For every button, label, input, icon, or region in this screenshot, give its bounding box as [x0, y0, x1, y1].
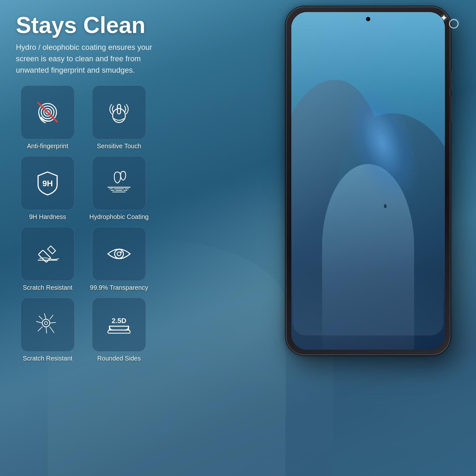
features-grid: Anti-fingerprint Sensitiv: [16, 85, 159, 362]
svg-line-25: [36, 321, 42, 323]
svg-line-29: [46, 327, 47, 333]
svg-text:9H: 9H: [42, 179, 53, 188]
sensitive-touch-icon-box: [92, 85, 146, 139]
shield-9h-icon: 9H: [33, 169, 62, 197]
scratch-resistant-1-label: Scratch Resistant: [23, 284, 73, 291]
svg-text:2.5D: 2.5D: [112, 317, 126, 325]
9h-hardness-label: 9H Hardness: [29, 213, 66, 221]
knife-scratch-icon: [33, 240, 62, 268]
page-subtitle: Hydro / oleophobic coating ensures your …: [16, 42, 159, 76]
feature-scratch-resistant-1: Scratch Resistant: [16, 227, 79, 291]
feature-transparency: 99.9% Transparency: [87, 227, 151, 291]
phone-camera: [366, 17, 370, 21]
screen-person-figure: [384, 204, 387, 208]
scratch-resistant-2-label: Scratch Resistant: [23, 355, 73, 362]
hydrophobic-icon-box: [92, 156, 146, 210]
sparkle-decoration: ✦: [440, 13, 447, 23]
phone-power-button: [450, 71, 452, 90]
anti-fingerprint-label: Anti-fingerprint: [27, 142, 68, 150]
svg-point-20: [120, 251, 122, 253]
svg-line-23: [44, 314, 46, 319]
phone-volume-button: [450, 96, 452, 122]
transparency-label: 99.9% Transparency: [90, 284, 148, 291]
feature-sensitive-touch: Sensitive Touch: [87, 85, 151, 150]
feature-9h-hardness: 9H 9H Hardness: [16, 156, 79, 221]
svg-line-28: [50, 322, 56, 323]
scratch-resistant-2-icon-box: [21, 298, 75, 352]
feature-hydrophobic: Hydrophobic Coating: [87, 156, 151, 221]
9h-icon-box: 9H: [21, 156, 75, 210]
svg-point-21: [42, 319, 50, 327]
svg-point-22: [44, 321, 48, 325]
water-drops-icon: [105, 169, 133, 197]
feature-anti-fingerprint: Anti-fingerprint: [16, 85, 79, 150]
2-5d-icon: 2.5D: [105, 310, 133, 339]
protector-bottom-overlay: [293, 272, 443, 335]
anti-fingerprint-icon-box: [21, 85, 75, 139]
feature-scratch-resistant-2: Scratch Resistant: [16, 298, 79, 362]
hydrophobic-label: Hydrophobic Coating: [89, 213, 149, 221]
svg-rect-6: [117, 104, 121, 114]
phone-body: [286, 6, 451, 355]
feature-rounded-sides: 2.5D Rounded Sides: [87, 298, 151, 362]
rounded-sides-label: Rounded Sides: [97, 355, 141, 362]
svg-point-18: [115, 249, 123, 258]
eye-icon: [105, 240, 133, 268]
svg-line-30: [39, 316, 42, 319]
fingerprint-x-icon: [33, 98, 62, 127]
moon-decoration: [449, 19, 459, 29]
touch-icon: [105, 98, 133, 127]
rounded-sides-icon-box: 2.5D: [92, 298, 146, 352]
scratch-resistant-1-icon-box: [21, 227, 75, 281]
svg-line-24: [50, 327, 54, 333]
svg-line-26: [50, 315, 53, 319]
transparency-icon-box: [92, 227, 146, 281]
sensitive-touch-label: Sensitive Touch: [97, 142, 141, 150]
svg-rect-32: [109, 326, 129, 330]
svg-line-27: [38, 327, 42, 331]
shatter-icon: [33, 310, 62, 339]
phone-mockup: [286, 6, 451, 355]
